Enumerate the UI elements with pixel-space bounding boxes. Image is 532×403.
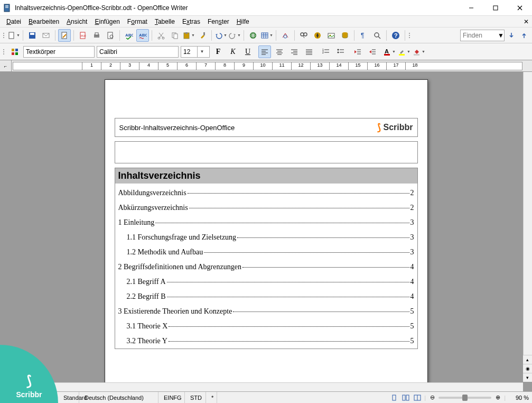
zoom-level[interactable]: 90 % xyxy=(508,395,529,401)
spellcheck-button[interactable]: ABC xyxy=(123,29,135,42)
font-name-combo[interactable]: ▼ xyxy=(97,46,179,58)
hyperlink-button[interactable] xyxy=(247,29,259,42)
toc-entry[interactable]: 3.1 Theorie X5 xyxy=(115,319,417,334)
help-button[interactable]: ? xyxy=(389,29,402,42)
vertical-scrollbar[interactable] xyxy=(523,72,532,382)
bold-button[interactable]: F xyxy=(212,45,225,58)
font-size-input[interactable] xyxy=(181,48,197,56)
paragraph-style-combo[interactable]: ▼ xyxy=(23,46,95,58)
numbered-list-button[interactable]: 12 xyxy=(320,45,332,58)
decrease-indent-button[interactable] xyxy=(351,45,364,58)
edit-mode-button[interactable] xyxy=(58,29,71,42)
font-size-combo[interactable]: ▼ xyxy=(181,46,210,58)
align-right-button[interactable] xyxy=(288,45,301,58)
print-button[interactable] xyxy=(90,29,103,42)
print-preview-button[interactable] xyxy=(104,29,117,42)
status-language[interactable]: Deutsch (Deutschland) xyxy=(79,392,158,403)
align-left-button[interactable] xyxy=(258,45,271,58)
toc-entry[interactable]: 3 Existierende Theorien und Konzepte5 xyxy=(115,304,417,319)
menu-view[interactable]: Ansicht xyxy=(63,17,90,26)
toc-entry[interactable]: Abkürzungsverzeichnis2 xyxy=(115,200,417,215)
zoom-slider[interactable] xyxy=(438,397,491,399)
navigator-button[interactable] xyxy=(311,29,324,42)
status-modified[interactable]: * xyxy=(206,392,217,403)
highlight-button[interactable]: ▼ xyxy=(398,45,410,58)
nav-target-button[interactable]: ◉ xyxy=(523,364,532,373)
toc-entry[interactable]: 2.1 Begriff A4 xyxy=(115,274,417,289)
ruler-corner[interactable]: ⌐ xyxy=(0,60,12,72)
toc-entry[interactable]: Abbildungsverzeichnis2 xyxy=(115,186,417,200)
menu-table[interactable]: Tabelle xyxy=(152,17,178,26)
increase-indent-button[interactable] xyxy=(366,45,379,58)
redo-button[interactable]: ▼ xyxy=(228,29,241,42)
menu-file[interactable]: Datei xyxy=(3,17,24,26)
menu-edit[interactable]: Bearbeiten xyxy=(25,17,62,26)
align-justify-button[interactable] xyxy=(303,45,315,58)
toc-entry[interactable]: 3.2 Theorie Y5 xyxy=(115,334,417,349)
font-size-dropdown[interactable]: ▼ xyxy=(197,47,207,57)
toc-entry[interactable]: 2 Begriffsdefinitionen und Abgrenzungen4 xyxy=(115,260,417,274)
mail-button[interactable] xyxy=(40,29,52,42)
page-down-button[interactable]: ▾ xyxy=(523,373,532,382)
toc-entry[interactable]: 2.2 Begriff B4 xyxy=(115,289,417,304)
find-dropdown[interactable]: ▼ xyxy=(498,32,504,39)
undo-button[interactable]: ▼ xyxy=(214,29,227,42)
menu-window[interactable]: Fenster xyxy=(204,17,232,26)
zoom-slider-thumb[interactable] xyxy=(462,395,468,401)
save-button[interactable] xyxy=(26,29,39,42)
toolbar-grip-2[interactable] xyxy=(408,33,411,38)
view-multi-page-button[interactable] xyxy=(401,393,410,402)
paragraph-style-input[interactable] xyxy=(24,48,107,56)
find-prev-button[interactable] xyxy=(518,30,530,41)
menu-help[interactable]: Hilfe xyxy=(234,17,253,26)
document-header[interactable]: Scribbr-Inhaltsverzeichnis-OpenOffice ⟆S… xyxy=(115,118,418,137)
table-button[interactable]: ▼ xyxy=(260,29,273,42)
format-paintbrush-button[interactable] xyxy=(196,29,209,42)
find-box[interactable]: ▼ xyxy=(460,30,505,41)
toc-entry[interactable]: 1.2 Methodik und Aufbau3 xyxy=(115,245,417,260)
italic-button[interactable]: K xyxy=(227,45,239,58)
nonprinting-chars-button[interactable]: ¶ xyxy=(357,29,370,42)
find-next-button[interactable] xyxy=(506,30,517,41)
new-button[interactable]: ▼ xyxy=(7,29,20,42)
draw-functions-button[interactable] xyxy=(279,29,292,42)
toc-block[interactable]: Inhaltsverzeichnis Abbildungsverzeichnis… xyxy=(115,168,418,349)
minimize-button[interactable] xyxy=(459,0,483,16)
horizontal-scrollbar[interactable] xyxy=(0,382,523,391)
underline-button[interactable]: U xyxy=(241,45,254,58)
zoom-in-button[interactable]: ⊕ xyxy=(493,391,502,404)
view-single-page-button[interactable] xyxy=(389,393,399,402)
document-workspace[interactable]: Scribbr-Inhaltsverzeichnis-OpenOffice ⟆S… xyxy=(0,72,532,391)
gallery-button[interactable] xyxy=(325,29,338,42)
status-selection-mode[interactable]: STD xyxy=(185,392,206,403)
zoom-button[interactable] xyxy=(371,29,384,42)
paste-button[interactable]: ▼ xyxy=(182,29,195,42)
font-name-input[interactable] xyxy=(97,48,181,56)
font-color-button[interactable]: A▼ xyxy=(383,45,396,58)
page-up-button[interactable]: ▴ xyxy=(523,355,532,364)
bullet-list-button[interactable] xyxy=(334,45,347,58)
datasources-button[interactable] xyxy=(339,29,351,42)
zoom-out-button[interactable]: ⊖ xyxy=(428,391,436,404)
find-replace-button[interactable] xyxy=(297,29,310,42)
view-book-button[interactable] xyxy=(413,393,422,402)
horizontal-ruler[interactable]: 123456789101112131415161718 xyxy=(13,62,522,70)
menu-format[interactable]: Format xyxy=(124,17,151,26)
toc-entry[interactable]: 1.1 Forschungsfrage und Zielsetzung3 xyxy=(115,230,417,245)
background-color-button[interactable]: ▼ xyxy=(413,45,425,58)
align-center-button[interactable] xyxy=(273,45,286,58)
toc-entry[interactable]: 1 Einleitung3 xyxy=(115,215,417,230)
cut-button[interactable] xyxy=(155,29,167,42)
copy-button[interactable] xyxy=(169,29,181,42)
toolbar-grip[interactable] xyxy=(2,33,5,38)
document-page[interactable]: Scribbr-Inhaltsverzeichnis-OpenOffice ⟆S… xyxy=(105,79,428,391)
maximize-button[interactable] xyxy=(483,0,508,16)
auto-spellcheck-button[interactable]: ABC xyxy=(136,29,149,42)
menu-extras[interactable]: Extras xyxy=(179,17,203,26)
empty-paragraph-block[interactable] xyxy=(115,141,418,163)
find-input[interactable] xyxy=(461,32,498,39)
menu-insert[interactable]: Einfügen xyxy=(91,17,123,26)
menu-close-button[interactable]: ✕ xyxy=(524,18,529,25)
export-pdf-button[interactable]: PDF xyxy=(77,29,89,42)
styles-button[interactable] xyxy=(8,45,21,58)
